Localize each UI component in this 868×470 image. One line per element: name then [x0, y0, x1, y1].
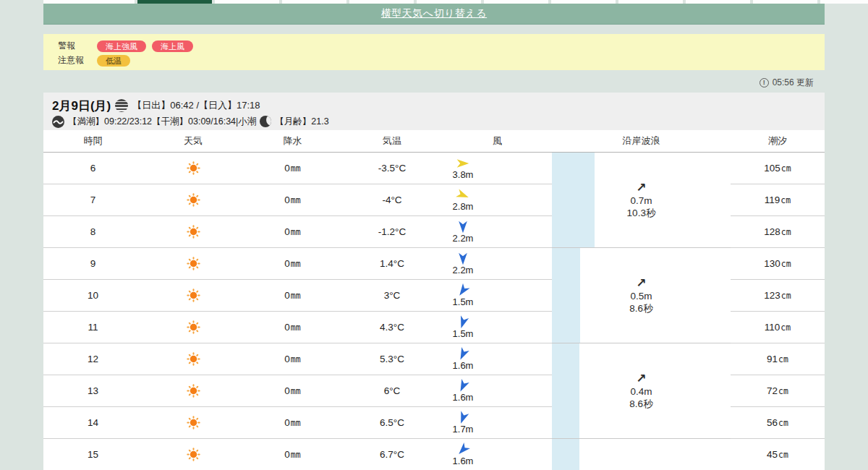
weather-cell: [142, 153, 244, 184]
col-header-tide: 潮汐: [731, 130, 825, 152]
wave-direction-arrow-icon: ↗: [636, 275, 646, 291]
weather-cell: [142, 439, 244, 470]
precip-cell: 0mm: [244, 248, 341, 280]
sunny-icon: [186, 192, 201, 208]
tide-cell: 110cm: [731, 312, 825, 343]
tide-cell: 56cm: [731, 407, 825, 439]
wave-period-value: 8.6秒: [629, 398, 652, 411]
wind-cell: 1.6m: [443, 375, 552, 407]
time-cell: 11: [43, 312, 142, 343]
temp-cell: 1.4°C: [341, 248, 443, 280]
wave-period-value: 10.3秒: [627, 208, 656, 220]
col-header-time: 時間: [43, 130, 142, 152]
advisory-label: 注意報: [58, 54, 97, 67]
precip-cell: 0mm: [244, 184, 341, 216]
col-header-precip: 降水: [244, 130, 341, 152]
wave-height-value: 0.5m: [630, 291, 652, 303]
wave-height-bar: [552, 153, 595, 247]
sunny-icon: [186, 320, 201, 335]
precip-cell: 0mm: [244, 439, 341, 470]
weather-cell: [142, 216, 244, 248]
wind-cell: 3.8m: [443, 153, 552, 184]
time-cell: 8: [43, 216, 142, 248]
moon-phase-icon: [260, 116, 271, 127]
sunny-icon: [186, 288, 201, 303]
time-cell: 14: [43, 407, 142, 439]
wind-cell: 2.8m: [443, 184, 552, 216]
weather-cell: [142, 248, 244, 280]
wind-cell: 1.6m: [443, 439, 552, 470]
temp-cell: 6.7°C: [341, 439, 443, 470]
precip-cell: 0mm: [244, 153, 341, 184]
tide-cell: 130cm: [731, 248, 825, 280]
coastal-wave-group: [552, 439, 731, 470]
weather-cell: [142, 375, 244, 407]
wind-cell: 1.7m: [443, 407, 552, 439]
wind-direction-arrow: [456, 220, 470, 234]
time-cell: 7: [43, 184, 142, 216]
wind-cell: 1.6m: [443, 343, 552, 375]
weather-cell: [142, 407, 244, 439]
wave-direction-arrow-icon: ↗: [636, 180, 646, 195]
warning-label: 警報: [58, 40, 97, 52]
temp-cell: -1.2°C: [341, 216, 443, 248]
sunny-icon: [186, 383, 201, 398]
sunny-icon: [186, 256, 201, 271]
view-switch-bar: 横型天気へ切り替える: [43, 4, 825, 25]
warning-badge-sea-wind: 海上風: [152, 40, 193, 52]
precip-cell: 0mm: [244, 312, 341, 343]
wind-cell: 2.2m: [443, 248, 552, 280]
wind-direction-arrow: [456, 156, 470, 171]
wave-period-value: 8.6秒: [629, 303, 652, 315]
table-body: 6 0mm -3.5°C 3.8m 105cm: [43, 153, 825, 470]
wave-height-value: 0.4m: [630, 386, 652, 398]
top-tab[interactable]: [820, 0, 868, 4]
sunny-icon: [186, 447, 201, 462]
wind-cell: 1.5m: [443, 312, 552, 343]
date-title: 2月9日(月): [52, 98, 111, 114]
coastal-wave-group: ↗ 0.4m 8.6秒: [552, 343, 731, 439]
weather-cell: [142, 184, 244, 216]
temp-cell: -3.5°C: [341, 153, 443, 184]
time-cell: 9: [43, 248, 142, 280]
tide-cell: 91cm: [731, 343, 825, 375]
switch-to-horizontal-link[interactable]: 横型天気へ切り替える: [381, 7, 487, 20]
sunny-icon: [186, 161, 201, 176]
precip-cell: 0mm: [244, 280, 341, 312]
update-time-text: 05:56 更新: [773, 77, 814, 89]
table-header-row: 時間 天気 降水 気温 風 沿岸波浪 潮汐: [43, 130, 825, 153]
sunny-icon: [186, 415, 201, 430]
wave-icon: [52, 116, 64, 128]
coastal-wave-group: ↗ 0.5m 8.6秒: [552, 248, 731, 343]
wave-height-bar: [552, 439, 579, 470]
wave-height-bar: [552, 248, 580, 343]
sunny-icon: [186, 351, 201, 367]
time-cell: 12: [43, 343, 142, 375]
wave-direction-arrow-icon: ↗: [636, 371, 646, 386]
precip-cell: 0mm: [244, 375, 341, 407]
sunny-icon: [186, 224, 201, 239]
temp-cell: 4.3°C: [341, 312, 443, 343]
col-header-coastal-wave: 沿岸波浪: [552, 130, 731, 152]
tide-cell: 45cm: [731, 439, 825, 470]
sun-horizon-icon: [115, 99, 128, 112]
moon-age-text: 【月齢】21.3: [275, 116, 328, 128]
weather-cell: [142, 312, 244, 343]
precip-cell: 0mm: [244, 343, 341, 375]
time-cell: 10: [43, 280, 142, 312]
tide-cell: 72cm: [731, 375, 825, 407]
precip-cell: 0mm: [244, 407, 341, 439]
col-header-temp: 気温: [341, 130, 443, 152]
tide-cell: 123cm: [731, 280, 825, 312]
wind-cell: 2.2m: [443, 216, 552, 248]
temp-cell: 6.5°C: [341, 407, 443, 439]
temp-cell: 3°C: [341, 280, 443, 312]
tide-cell: 105cm: [731, 153, 825, 184]
warning-badge-sea-strong-wind: 海上強風: [97, 40, 146, 52]
wind-direction-arrow: [456, 252, 470, 266]
advisory-badge-low-temp: 低温: [97, 55, 130, 67]
time-cell: 6: [43, 153, 142, 184]
temp-cell: 5.3°C: [341, 343, 443, 375]
date-header: 2月9日(月) 【日出】06:42 /【日入】17:18 【満潮】09:22/2…: [43, 93, 825, 130]
coastal-wave-column: ↗ 0.7m 10.3秒 ↗ 0.5m 8.6秒 ↗ 0.4m 8.6秒: [552, 153, 731, 470]
